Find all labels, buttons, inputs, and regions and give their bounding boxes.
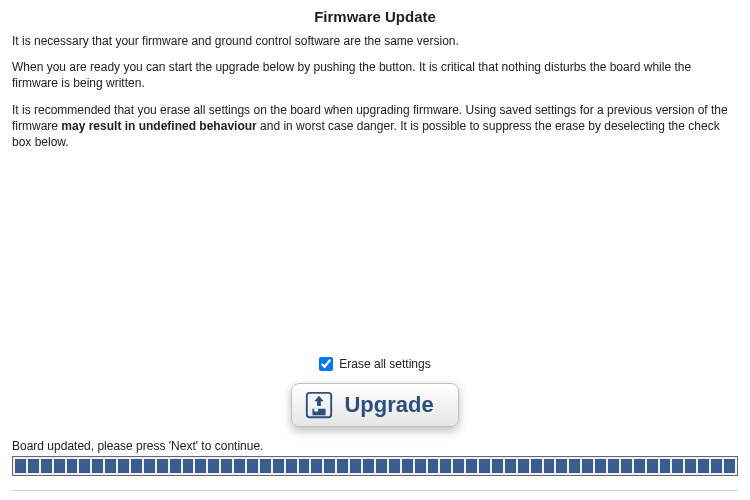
progress-segment (672, 459, 683, 473)
progress-segment (402, 459, 413, 473)
progress-segment (685, 459, 696, 473)
progress-segment (260, 459, 271, 473)
progress-segment (144, 459, 155, 473)
progress-segment (337, 459, 348, 473)
progress-segment (428, 459, 439, 473)
intro-p3-bold: may result in undefined behaviour (61, 119, 256, 133)
progress-segment (389, 459, 400, 473)
progress-segment (698, 459, 709, 473)
intro-paragraph-2: When you are ready you can start the upg… (12, 59, 738, 91)
progress-segment (157, 459, 168, 473)
progress-segment (634, 459, 645, 473)
page-title: Firmware Update (12, 8, 738, 25)
progress-segment (608, 459, 619, 473)
progress-segment (234, 459, 245, 473)
progress-segment (324, 459, 335, 473)
intro-text: It is necessary that your firmware and g… (12, 33, 738, 160)
progress-segment (479, 459, 490, 473)
progress-segment (131, 459, 142, 473)
progress-segment (41, 459, 52, 473)
progress-segment (247, 459, 258, 473)
erase-settings-label: Erase all settings (339, 357, 430, 371)
progress-segment (711, 459, 722, 473)
progress-segment (183, 459, 194, 473)
erase-settings-checkbox[interactable] (319, 357, 333, 371)
progress-segment (28, 459, 39, 473)
progress-segment (118, 459, 129, 473)
progress-segment (582, 459, 593, 473)
progress-segment (15, 459, 26, 473)
progress-segment (67, 459, 78, 473)
progress-segment (724, 459, 735, 473)
progress-segment (221, 459, 232, 473)
progress-segment (569, 459, 580, 473)
progress-segment (376, 459, 387, 473)
upgrade-button-label: Upgrade (344, 392, 433, 418)
progress-segment (286, 459, 297, 473)
progress-segment (660, 459, 671, 473)
upload-icon (304, 390, 334, 420)
status-text: Board updated, please press 'Next' to co… (12, 439, 738, 453)
progress-segment (531, 459, 542, 473)
progress-segment (556, 459, 567, 473)
progress-segment (208, 459, 219, 473)
progress-segment (195, 459, 206, 473)
progress-segment (453, 459, 464, 473)
progress-segment (440, 459, 451, 473)
progress-segment (505, 459, 516, 473)
progress-segment (647, 459, 658, 473)
progress-segment (621, 459, 632, 473)
erase-settings-row[interactable]: Erase all settings (319, 357, 430, 371)
footer-divider (12, 490, 738, 500)
progress-segment (544, 459, 555, 473)
progress-segment (363, 459, 374, 473)
progress-segment (492, 459, 503, 473)
progress-segment (350, 459, 361, 473)
progress-segment (466, 459, 477, 473)
progress-segment (170, 459, 181, 473)
progress-segment (299, 459, 310, 473)
progress-segment (595, 459, 606, 473)
progress-segment (54, 459, 65, 473)
upgrade-button[interactable]: Upgrade (291, 383, 458, 427)
progress-segment (92, 459, 103, 473)
progress-bar (12, 456, 738, 476)
intro-paragraph-1: It is necessary that your firmware and g… (12, 33, 738, 49)
progress-segment (79, 459, 90, 473)
intro-paragraph-3: It is recommended that you erase all set… (12, 102, 738, 151)
progress-segment (415, 459, 426, 473)
progress-segment (273, 459, 284, 473)
progress-segment (518, 459, 529, 473)
progress-segment (311, 459, 322, 473)
progress-segment (105, 459, 116, 473)
svg-rect-2 (315, 409, 319, 412)
